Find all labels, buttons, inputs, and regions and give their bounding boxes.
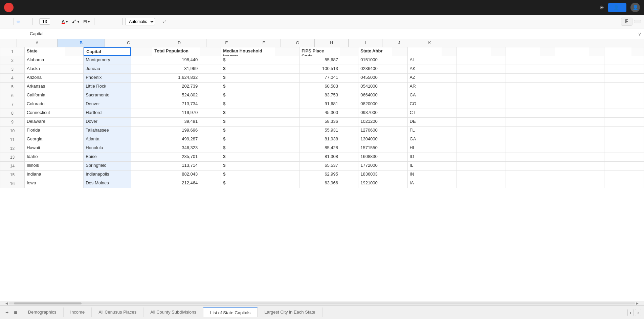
cell-K10[interactable] [604, 127, 631, 135]
cell-D3[interactable]: $ [221, 65, 275, 73]
cell-A14[interactable]: Illinois [25, 162, 65, 170]
cell-C3[interactable]: 31,969 [152, 65, 200, 73]
bold-button[interactable] [17, 21, 20, 23]
scroll-right-arrow[interactable]: ▶ [635, 301, 639, 305]
cell-D4[interactable]: $ [221, 74, 275, 82]
tab-income[interactable]: Income [64, 307, 92, 317]
text-wrap-button[interactable]: ⇌ [161, 18, 168, 25]
cell-G7[interactable]: CO [408, 100, 442, 109]
col-header-i[interactable]: I [349, 39, 382, 47]
tab-list-of-state-capitals[interactable]: List of State Capitals [203, 307, 258, 317]
user-avatar[interactable]: 👤 [630, 3, 640, 12]
cell-H4[interactable] [457, 74, 491, 82]
cell-A1[interactable]: State [25, 47, 65, 56]
font-size-input[interactable] [39, 18, 50, 25]
cell-F4[interactable]: 0455000 [358, 74, 392, 82]
cell-G16[interactable]: IA [408, 179, 442, 188]
cell-A3[interactable]: Alaska [25, 65, 65, 73]
row-num-10[interactable]: 10 [0, 127, 25, 135]
cell-B14[interactable]: Springfield [84, 162, 131, 170]
font-size-decrease-button[interactable] [35, 21, 39, 23]
cell-J6[interactable] [555, 91, 589, 100]
format-select[interactable]: Automatic [125, 18, 155, 25]
cell-A12[interactable]: Hawaii [25, 144, 65, 153]
cell-I1[interactable] [506, 47, 540, 56]
cell-G8[interactable]: CT [408, 109, 442, 117]
cell-H14[interactable] [457, 162, 491, 170]
cell-H1[interactable] [457, 47, 491, 56]
cell-G15[interactable]: IN [408, 170, 442, 179]
cell-I5[interactable] [506, 83, 540, 91]
cell-I9[interactable] [506, 118, 540, 126]
cell-F3[interactable]: 0236400 [358, 65, 392, 73]
cell-J16[interactable] [555, 179, 589, 188]
row-num-7[interactable]: 7 [0, 100, 25, 109]
cell-B5[interactable]: Little Rock [84, 83, 131, 91]
cell-D1[interactable]: Median HouseholdIncome [221, 47, 275, 56]
cell-E16[interactable]: 63,966 [299, 179, 340, 188]
cell-B8[interactable]: Hartford [84, 109, 131, 117]
cell-K14[interactable] [604, 162, 631, 170]
col-header-d[interactable]: D [152, 39, 206, 47]
cell-D15[interactable]: $ [221, 170, 275, 179]
cell-K4[interactable] [604, 74, 631, 82]
cell-D8[interactable]: $ [221, 109, 275, 117]
cell-G9[interactable]: DE [408, 118, 442, 126]
cell-F2[interactable]: 0151000 [358, 56, 392, 65]
row-num-8[interactable]: 8 [0, 109, 25, 118]
cell-K2[interactable] [604, 56, 631, 65]
cell-K11[interactable] [604, 135, 631, 144]
cell-I2[interactable] [506, 56, 540, 65]
cell-F1[interactable]: State Abbr [358, 47, 392, 56]
dollar-format-button[interactable] [97, 21, 101, 23]
horizontal-scrollbar[interactable]: ◀ ▶ [0, 301, 644, 305]
sheets-menu-button[interactable]: ≡ [13, 309, 18, 316]
cell-E4[interactable]: 77,041 [299, 74, 340, 82]
cell-B2[interactable]: Montgomery [84, 56, 131, 65]
cell-C5[interactable]: 202,739 [152, 83, 200, 91]
cell-F10[interactable]: 1270600 [358, 127, 392, 135]
cell-D14[interactable]: $ [221, 162, 275, 170]
cell-I7[interactable] [506, 100, 540, 109]
cell-E12[interactable]: 85,428 [299, 144, 340, 153]
cell-F12[interactable]: 1571550 [358, 144, 392, 153]
cell-C8[interactable]: 119,970 [152, 109, 200, 117]
cell-J9[interactable] [555, 118, 589, 126]
cell-K13[interactable] [604, 153, 631, 161]
cell-H5[interactable] [457, 83, 491, 91]
cell-A7[interactable]: Colorado [25, 100, 65, 109]
col-header-e[interactable]: E [206, 39, 247, 47]
cell-B10[interactable]: Tallahassee [84, 127, 131, 135]
cell-H13[interactable] [457, 153, 491, 161]
row-num-3[interactable]: 3 [0, 65, 25, 74]
cell-C1[interactable]: Total Population [152, 47, 200, 56]
col-header-g[interactable]: G [281, 39, 315, 47]
formula-input[interactable] [30, 31, 635, 36]
font-size-increase-button[interactable] [51, 21, 54, 23]
cell-K8[interactable] [604, 109, 631, 117]
cell-C6[interactable]: 524,802 [152, 91, 200, 100]
cell-K6[interactable] [604, 91, 631, 100]
cell-E10[interactable]: 55,931 [299, 127, 340, 135]
cell-B11[interactable]: Atlanta [84, 135, 131, 144]
cell-F15[interactable]: 1836003 [358, 170, 392, 179]
cell-K5[interactable] [604, 83, 631, 91]
cell-J8[interactable] [555, 109, 589, 117]
cell-D16[interactable]: $ [221, 179, 275, 188]
cell-I12[interactable] [506, 144, 540, 153]
decimal-increase-button[interactable] [116, 21, 119, 23]
cell-K7[interactable] [604, 100, 631, 109]
cell-A16[interactable]: Iowa [25, 179, 65, 188]
cell-E7[interactable]: 91,681 [299, 100, 340, 109]
cell-I4[interactable] [506, 74, 540, 82]
cell-C11[interactable]: 499,287 [152, 135, 200, 144]
cell-G6[interactable]: CA [408, 91, 442, 100]
cell-A5[interactable]: Arkansas [25, 83, 65, 91]
cell-G3[interactable]: AK [408, 65, 442, 73]
row-num-5[interactable]: 5 [0, 83, 25, 91]
col-header-a[interactable]: A [17, 39, 58, 47]
cell-B13[interactable]: Boise [84, 153, 131, 161]
percent-format-button[interactable] [102, 21, 105, 23]
cell-F6[interactable]: 0664000 [358, 91, 392, 100]
row-num-16[interactable]: 16 [0, 179, 25, 188]
